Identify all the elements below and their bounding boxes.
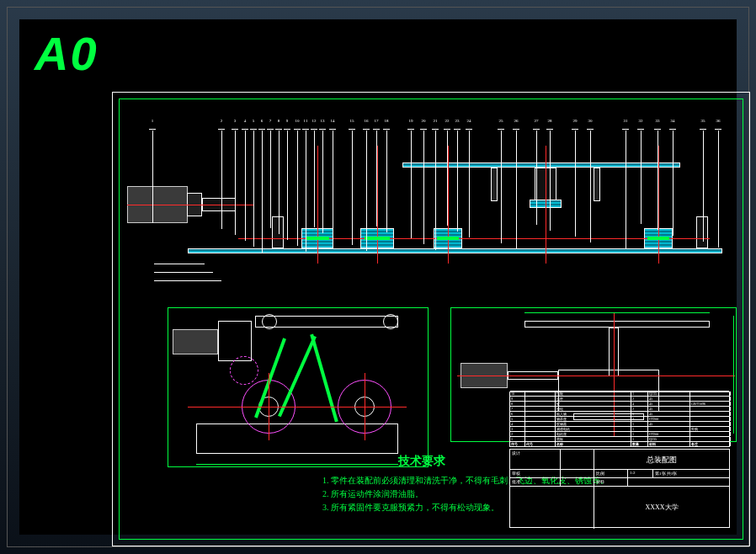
- leader-7: [270, 131, 271, 228]
- title-block: 设计 总装配图 审核 比例 1:2 第1张 共1张 批准 材料 XXXX大学: [509, 449, 730, 528]
- callout-18: 18: [382, 119, 391, 123]
- callout-1: 1: [148, 119, 157, 123]
- main-view-frame: [125, 154, 731, 272]
- post-top-3: [594, 168, 600, 201]
- callout-8: 8: [274, 119, 283, 123]
- bom-header-1: 代号: [525, 442, 556, 446]
- tb-designed-label: 设计: [510, 450, 561, 469]
- leader-1: [152, 131, 153, 223]
- leader-26: [516, 131, 517, 249]
- callout-6: 6: [258, 119, 266, 123]
- bom-header-4: 材料: [648, 442, 690, 446]
- callout-21: 21: [431, 119, 439, 123]
- tb-material: [628, 478, 729, 486]
- callout-30: 30: [586, 119, 594, 123]
- seal-2: [365, 237, 390, 240]
- callout-2: 2: [217, 119, 226, 123]
- plan-r-dim-t: [524, 312, 710, 313]
- seal-3: [437, 237, 459, 240]
- callout-13: 13: [318, 119, 327, 123]
- callout-5: 5: [249, 119, 258, 123]
- callout-7: 7: [266, 119, 274, 123]
- bom-table: 序号代号名称数量材料备注1底板1Q2352电机座1HT2003减速电机1外购4联…: [509, 392, 730, 447]
- leader-23: [457, 131, 458, 232]
- leader-13: [322, 131, 323, 233]
- leader-17: [376, 131, 377, 226]
- cad-canvas[interactable]: A0: [19, 19, 737, 535]
- leader-30: [590, 131, 591, 242]
- callout-36: 36: [714, 119, 722, 123]
- callout-19: 19: [407, 119, 415, 123]
- leader-18: [386, 131, 387, 232]
- callout-29: 29: [571, 119, 579, 123]
- leader-15: [352, 131, 353, 245]
- leader-20: [423, 131, 424, 244]
- callout-32: 32: [636, 119, 645, 123]
- window-frame: A0: [7, 7, 749, 547]
- leader-4: [245, 131, 246, 241]
- leader-27: [536, 131, 537, 225]
- leader-11: [306, 131, 306, 252]
- callout-22: 22: [443, 119, 451, 123]
- callout-33: 33: [653, 119, 662, 123]
- leader-38: [154, 272, 213, 273]
- leader-5: [253, 131, 254, 247]
- leader-21: [435, 131, 436, 250]
- plan-l-axis-h: [188, 407, 407, 408]
- leader-28: [550, 131, 551, 231]
- leader-24: [469, 131, 470, 237]
- callout-20: 20: [419, 119, 428, 123]
- table-top: [524, 321, 710, 328]
- leader-22: [447, 131, 448, 226]
- callout-14: 14: [328, 119, 337, 123]
- callout-26: 26: [512, 119, 520, 123]
- callout-15: 15: [348, 119, 356, 123]
- leader-19: [411, 131, 412, 238]
- bom-header-3: 数量: [631, 442, 648, 446]
- leader-25: [501, 131, 502, 243]
- leader-10: [297, 131, 298, 246]
- callout-25: 25: [497, 119, 505, 123]
- leader-2: [221, 131, 222, 229]
- callout-4: 4: [241, 119, 249, 123]
- leader-16: [366, 131, 367, 251]
- callout-27: 27: [532, 119, 540, 123]
- bom-header-5: 备注: [690, 442, 731, 446]
- leader-3: [235, 131, 236, 235]
- post-top-1: [491, 168, 498, 201]
- tb-org: XXXX大学: [594, 487, 729, 529]
- left-motor-plan: [173, 329, 218, 354]
- seal-1: [306, 237, 329, 240]
- leader-14: [333, 131, 333, 239]
- callout-numbers: 1234567891011121314151617181920212223242…: [136, 119, 725, 131]
- callout-3: 3: [231, 119, 239, 123]
- callout-35: 35: [699, 119, 707, 123]
- callout-9: 9: [283, 119, 291, 123]
- bom-header-0: 序号: [510, 442, 525, 446]
- tb-sheet: 第1张 共1张: [653, 470, 729, 477]
- tb-designed-val: [561, 450, 594, 469]
- bom-header-2: 名称: [556, 442, 631, 446]
- tb-scale: 1:2: [628, 470, 653, 477]
- leader-31: [626, 131, 626, 248]
- drawing-name: 总装配图: [594, 450, 729, 469]
- center-v-4: [546, 146, 546, 264]
- sheet-format-label: A0: [35, 26, 98, 81]
- leader-8: [279, 131, 280, 234]
- leader-35: [703, 131, 704, 242]
- spring-pack: [230, 356, 258, 385]
- tb-checked-val: [561, 470, 594, 477]
- left-bracket: [218, 321, 252, 361]
- callout-24: 24: [465, 119, 473, 123]
- leader-34: [673, 131, 673, 236]
- callout-10: 10: [293, 119, 301, 123]
- leader-6: [262, 131, 263, 253]
- callout-16: 16: [362, 119, 370, 123]
- tb-checked-label: 审核: [510, 470, 561, 477]
- rocker-pivot-r: [383, 314, 398, 329]
- seal-4: [647, 237, 669, 240]
- callout-28: 28: [546, 119, 554, 123]
- rocker-pivot-l: [262, 314, 277, 329]
- center-v-2: [377, 146, 378, 264]
- callout-31: 31: [621, 119, 630, 123]
